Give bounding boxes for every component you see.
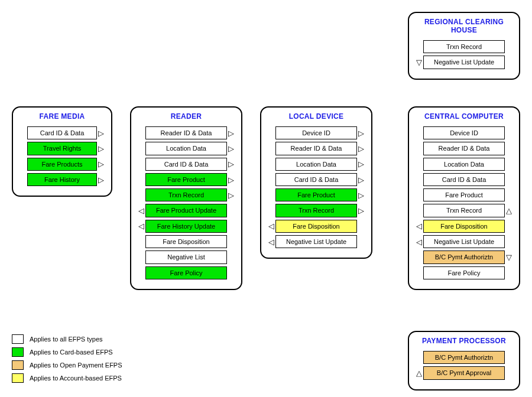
legend-label: Applies to Account-based EFPS bbox=[30, 375, 122, 382]
module-title: FARE MEDIA bbox=[19, 112, 105, 121]
item-row: Card ID & Data bbox=[415, 173, 513, 186]
data-item: B/C Pymt Approval bbox=[423, 366, 505, 379]
data-item: Location Data bbox=[275, 158, 357, 171]
legend-label: Applies to Open Payment EFPS bbox=[30, 362, 122, 369]
data-item: Reader ID & Data bbox=[423, 142, 505, 155]
item-row: Location Data bbox=[267, 158, 365, 171]
data-item: Fare Product bbox=[275, 188, 357, 201]
data-item: Reader ID & Data bbox=[145, 126, 227, 139]
flow-arrow-left-icon bbox=[267, 222, 275, 230]
legend-swatch-green bbox=[12, 347, 24, 357]
item-row: Reader ID & Data bbox=[267, 142, 365, 155]
legend-row: Applies to Card-based EFPS bbox=[12, 347, 122, 357]
module-fare-media: FARE MEDIACard ID & DataTravel RightsFar… bbox=[12, 106, 112, 197]
item-row: Trxn Record bbox=[415, 40, 513, 53]
data-item: Device ID bbox=[275, 126, 357, 139]
flow-arrow-up-icon bbox=[415, 369, 423, 377]
flow-arrow-right-icon bbox=[357, 145, 365, 152]
legend-label: Applies to all EFPS types bbox=[30, 336, 103, 343]
item-row: Fare History bbox=[19, 173, 105, 186]
module-central-computer: CENTRAL COMPUTERDevice IDReader ID & Dat… bbox=[408, 106, 520, 290]
item-row: Card ID & Data bbox=[137, 158, 235, 171]
flow-arrow-right-icon bbox=[357, 129, 365, 137]
item-row: Card ID & Data bbox=[19, 126, 105, 139]
module-title: REGIONAL CLEARING HOUSE bbox=[415, 18, 513, 34]
item-row: Fare Product bbox=[415, 188, 513, 201]
data-item: Card ID & Data bbox=[27, 126, 97, 139]
data-item: Device ID bbox=[423, 126, 505, 139]
flow-arrow-left-icon bbox=[267, 238, 275, 246]
item-row: Fare Policy bbox=[415, 266, 513, 279]
module-reader: READERReader ID & DataLocation DataCard … bbox=[130, 106, 242, 290]
data-item: Card ID & Data bbox=[145, 158, 227, 171]
data-item: Fare Disposition bbox=[275, 220, 357, 233]
legend: Applies to all EFPS typesApplies to Card… bbox=[12, 331, 122, 386]
item-row: Trxn Record bbox=[137, 188, 235, 201]
item-row: Card ID & Data bbox=[267, 173, 365, 186]
flow-arrow-down-icon bbox=[505, 253, 513, 261]
module-title: LOCAL DEVICE bbox=[267, 112, 365, 121]
data-item: Reader ID & Data bbox=[275, 142, 357, 155]
data-item: Negative List Update bbox=[423, 235, 505, 248]
data-item: B/C Pymt Authoriztn bbox=[423, 250, 505, 263]
module-payment-processor: PAYMENT PROCESSORB/C Pymt AuthoriztnB/C … bbox=[408, 331, 520, 391]
item-row: Negative List bbox=[137, 250, 235, 263]
data-item: Card ID & Data bbox=[423, 173, 505, 186]
data-item: Fare History Update bbox=[145, 220, 227, 233]
flow-arrow-left-icon bbox=[415, 238, 423, 246]
item-row: B/C Pymt Authoriztn bbox=[415, 351, 513, 364]
data-item: Trxn Record bbox=[423, 40, 505, 53]
data-item: Fare Product bbox=[423, 188, 505, 201]
flow-arrow-right-icon bbox=[357, 176, 365, 184]
data-item: Fare Policy bbox=[423, 266, 505, 279]
data-item: Location Data bbox=[145, 142, 227, 155]
item-row: Negative List Update bbox=[267, 235, 365, 248]
item-row: Device ID bbox=[415, 126, 513, 139]
flow-arrow-right-icon bbox=[357, 191, 365, 199]
legend-swatch-orange bbox=[12, 360, 24, 370]
module-title: PAYMENT PROCESSOR bbox=[415, 337, 513, 345]
data-item: Card ID & Data bbox=[275, 173, 357, 186]
flow-arrow-down-icon bbox=[415, 58, 423, 66]
data-item: Negative List Update bbox=[275, 235, 357, 248]
flow-arrow-left-icon bbox=[137, 222, 145, 230]
item-row: Fare Disposition bbox=[415, 220, 513, 233]
data-item: Location Data bbox=[423, 158, 505, 171]
data-item: Fare Product Update bbox=[145, 204, 227, 217]
item-row: Negative List Update bbox=[415, 235, 513, 248]
flow-arrow-right-icon bbox=[357, 207, 365, 214]
item-row: Fare History Update bbox=[137, 220, 235, 233]
flow-arrow-right-icon bbox=[357, 160, 365, 168]
flow-arrow-right-icon bbox=[97, 145, 105, 152]
item-row: Fare Product bbox=[137, 173, 235, 186]
item-row: Travel Rights bbox=[19, 142, 105, 155]
item-row: Location Data bbox=[415, 158, 513, 171]
legend-label: Applies to Card-based EFPS bbox=[30, 349, 113, 356]
item-row: Device ID bbox=[267, 126, 365, 139]
item-row: Fare Products bbox=[19, 158, 105, 171]
item-row: B/C Pymt Authoriztn bbox=[415, 250, 513, 263]
legend-row: Applies to Open Payment EFPS bbox=[12, 360, 122, 370]
data-item: Fare History bbox=[27, 173, 97, 186]
data-item: Fare Disposition bbox=[423, 220, 505, 233]
legend-swatch-yellow bbox=[12, 373, 24, 383]
item-row: Fare Product bbox=[267, 188, 365, 201]
diagram-canvas: REGIONAL CLEARING HOUSETrxn RecordNegati… bbox=[12, 12, 520, 385]
flow-arrow-left-icon bbox=[137, 207, 145, 214]
data-item: Fare Disposition bbox=[145, 235, 227, 248]
data-item: Trxn Record bbox=[145, 188, 227, 201]
flow-arrow-up-icon bbox=[505, 207, 513, 214]
data-item: Fare Product bbox=[145, 173, 227, 186]
flow-arrow-right-icon bbox=[227, 191, 235, 199]
item-row: Negative List Update bbox=[415, 56, 513, 69]
module-title: CENTRAL COMPUTER bbox=[415, 112, 513, 121]
flow-arrow-right-icon bbox=[227, 145, 235, 152]
data-item: Fare Products bbox=[27, 158, 97, 171]
module-title: READER bbox=[137, 112, 235, 121]
data-item: Travel Rights bbox=[27, 142, 97, 155]
item-row: Trxn Record bbox=[267, 204, 365, 217]
flow-arrow-right-icon bbox=[227, 129, 235, 137]
item-row: Reader ID & Data bbox=[137, 126, 235, 139]
data-item: Trxn Record bbox=[275, 204, 357, 217]
flow-arrow-right-icon bbox=[227, 160, 235, 168]
